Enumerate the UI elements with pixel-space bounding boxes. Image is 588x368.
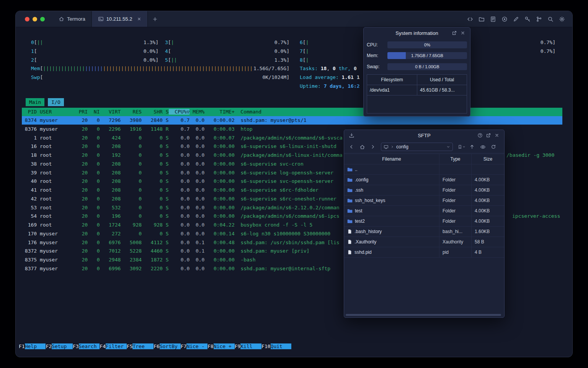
filesystem-table: Filesystem Used / Total /dev/vda1 45.61G…	[367, 74, 467, 113]
htop-view-tabs: Main I/O	[26, 98, 64, 106]
folder-icon	[347, 198, 353, 203]
fn-F3[interactable]: F3Search	[73, 343, 100, 349]
swap-usage-bar: 0 B / 1.00GB	[387, 63, 467, 70]
file-row-.Xauthority[interactable]: .XauthorityXauthority58 B	[344, 237, 504, 247]
close-window-button[interactable]	[25, 17, 29, 21]
folder-icon	[347, 177, 353, 182]
home-button[interactable]	[358, 143, 366, 151]
new-tab-button[interactable]	[148, 11, 162, 27]
tasks-summary: Tasks: 18, 0 thr, 0	[300, 65, 360, 72]
file-name: .bash_history	[354, 229, 382, 234]
filesystem-row[interactable]: /dev/vda1 45.61GB / 58.3...	[367, 85, 467, 95]
close-tab-icon[interactable]	[137, 17, 141, 21]
file-type: Folder	[439, 206, 472, 216]
fn-F1[interactable]: F1Help	[19, 343, 46, 349]
close-panel-icon[interactable]	[459, 29, 467, 37]
folder-icon[interactable]	[477, 14, 487, 24]
record-icon[interactable]	[500, 14, 510, 24]
file-name: sshd.pid	[354, 250, 372, 255]
file-row-test[interactable]: testFolder4.00KB	[344, 206, 504, 216]
fn-F7[interactable]: F7Nice -	[181, 343, 207, 349]
process-table-header[interactable]: PID USER PRI NI VIRT RES SHR S CPU%▽ MEM…	[22, 108, 562, 116]
path-selector[interactable]: config	[381, 143, 453, 151]
file-row-.config[interactable]: .configFolder4.00KB	[344, 175, 504, 185]
code-icon[interactable]	[465, 14, 475, 24]
process-row-8374[interactable]: 8374 myuser 20 0 7296 3980 2840 S 0.7 0.…	[22, 116, 562, 125]
file-row-.bash_history[interactable]: .bash_historybash_hi...1.60KB	[344, 227, 504, 237]
fn-F9[interactable]: F9Kill	[235, 343, 261, 349]
cpu-meter-3: 3[|0.7%]	[165, 39, 289, 46]
htop-tab-main[interactable]: Main	[26, 98, 44, 106]
file-type: pid	[439, 247, 472, 257]
file-row-ssh_host_keys[interactable]: ssh_host_keysFolder4.00KB	[344, 196, 504, 206]
fs-usage: 45.61GB / 58.3...	[417, 85, 467, 95]
file-type	[439, 164, 472, 174]
path-dropdown-icon[interactable]	[446, 145, 450, 149]
folder-icon	[347, 208, 353, 214]
home-icon	[59, 16, 64, 22]
back-button[interactable]	[347, 143, 356, 151]
search-icon[interactable]	[546, 14, 555, 24]
file-size	[472, 164, 504, 174]
refresh-button[interactable]	[489, 143, 498, 151]
edit-icon[interactable]	[511, 14, 521, 24]
transfers-download-icon[interactable]	[347, 131, 356, 140]
help-icon[interactable]	[476, 131, 484, 140]
cpu-usage-row: CPU: 0%	[367, 41, 467, 48]
fn-F2[interactable]: F2Setup	[46, 343, 72, 349]
cpu-usage-bar: 0%	[387, 41, 467, 48]
fn-F8[interactable]: F8Nice +	[207, 343, 234, 349]
col-size: Size	[472, 154, 504, 164]
key-icon[interactable]	[523, 14, 532, 24]
file-rows: ...configFolder4.00KB.sshFolder4.00KBssh…	[344, 164, 504, 258]
fn-F6[interactable]: F6SortBy	[154, 343, 180, 349]
path-chevron-icon	[390, 145, 394, 149]
horizontal-scrollbar[interactable]	[346, 314, 501, 316]
sysinfo-panel-header: System information	[364, 28, 470, 38]
file-name: .ssh	[355, 187, 363, 193]
show-hidden-files-button[interactable]	[479, 143, 487, 151]
file-size: 4.00KB	[472, 206, 504, 216]
fn-F4[interactable]: F4Filter	[100, 343, 126, 349]
close-panel-icon[interactable]	[493, 131, 501, 140]
bookmarks-button[interactable]	[457, 145, 466, 150]
sftp-toolbar: config	[344, 141, 504, 153]
tab-home[interactable]: Termora	[52, 11, 91, 27]
log-icon[interactable]	[488, 14, 498, 24]
file-row-test2[interactable]: test2Folder4.00KB	[344, 216, 504, 227]
app-window: Termora 10.211.55.2 0[||	[15, 11, 573, 357]
cpu-usage-value: 0%	[387, 41, 467, 48]
file-row-.ssh[interactable]: .sshFolder4.00KB	[344, 185, 504, 196]
branch-icon[interactable]	[534, 14, 544, 24]
file-icon	[347, 239, 352, 245]
open-in-new-window-icon[interactable]	[450, 29, 459, 37]
fn-F5[interactable]: F5Tree	[127, 343, 154, 349]
file-row-sshd.pid[interactable]: sshd.pidpid4 B	[344, 247, 504, 258]
settings-icon[interactable]	[557, 14, 567, 24]
forward-button[interactable]	[369, 143, 377, 151]
minimize-window-button[interactable]	[33, 17, 37, 21]
file-size: 4 B	[472, 247, 504, 257]
file-name: test	[355, 208, 362, 214]
tab-session[interactable]: 10.211.55.2	[91, 11, 148, 27]
file-table: Filename Type Size ...configFolder4.00KB…	[344, 154, 504, 258]
cpu-meter-0: 0[||1.3%]	[31, 39, 158, 46]
titlebar-toolbar	[465, 11, 572, 27]
file-icon	[347, 250, 352, 255]
file-table-header[interactable]: Filename Type Size	[344, 154, 504, 164]
fn-F10[interactable]: F10Quit	[261, 343, 291, 349]
col-filename: Filename	[344, 154, 439, 164]
open-in-new-window-icon[interactable]	[484, 131, 493, 140]
parent-directory-button[interactable]	[468, 143, 476, 151]
file-row-..[interactable]: ..	[344, 164, 504, 175]
htop-tab-io[interactable]: I/O	[48, 98, 64, 106]
zoom-window-button[interactable]	[40, 17, 45, 21]
folder-icon	[347, 219, 353, 224]
file-size: 4.00KB	[472, 175, 504, 185]
mem-usage-row: Mem: 1.75GB / 7.65GB	[367, 52, 467, 59]
file-name: ssh_host_keys	[355, 198, 385, 203]
file-name: ..	[355, 167, 358, 172]
cpu-label: CPU:	[367, 42, 387, 48]
memory-meter: Mem[||||||||||||||||||||||||||||||||||||…	[31, 65, 289, 72]
file-size: 4.00KB	[472, 185, 504, 195]
